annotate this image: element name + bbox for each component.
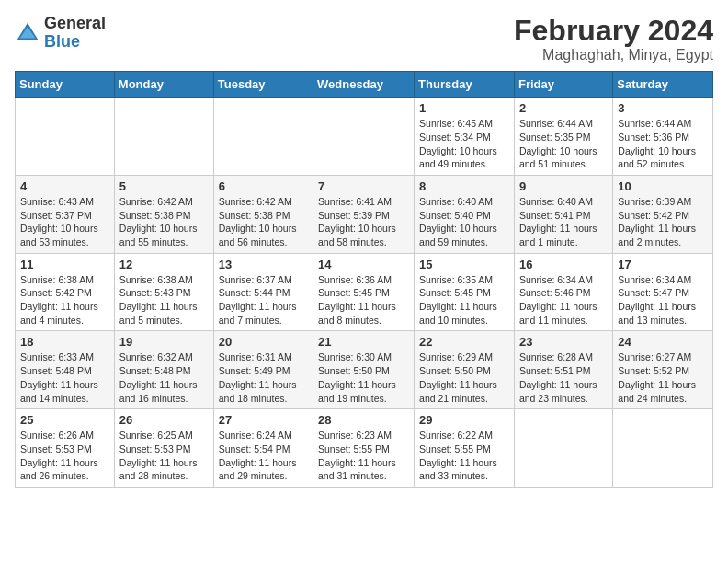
- day-info: Sunrise: 6:35 AMSunset: 5:45 PMDaylight:…: [419, 273, 509, 327]
- day-number: 24: [618, 335, 708, 349]
- day-info: Sunrise: 6:26 AMSunset: 5:53 PMDaylight:…: [20, 429, 109, 483]
- calendar-week-2: 4Sunrise: 6:43 AMSunset: 5:37 PMDaylight…: [16, 175, 713, 253]
- logo-blue-text: Blue: [44, 33, 106, 52]
- day-info: Sunrise: 6:30 AMSunset: 5:50 PMDaylight:…: [318, 350, 409, 405]
- calendar-cell: 20Sunrise: 6:31 AMSunset: 5:49 PMDayligh…: [213, 331, 313, 409]
- calendar-week-4: 18Sunrise: 6:33 AMSunset: 5:48 PMDayligh…: [16, 331, 713, 409]
- header-friday: Friday: [514, 72, 612, 98]
- calendar-cell: 1Sunrise: 6:45 AMSunset: 5:34 PMDaylight…: [415, 98, 515, 176]
- calendar-week-5: 25Sunrise: 6:26 AMSunset: 5:53 PMDayligh…: [16, 409, 713, 488]
- day-info: Sunrise: 6:40 AMSunset: 5:41 PMDaylight:…: [519, 195, 608, 249]
- calendar-cell: 9Sunrise: 6:40 AMSunset: 5:41 PMDaylight…: [514, 175, 612, 253]
- day-number: 3: [618, 101, 708, 115]
- day-info: Sunrise: 6:43 AMSunset: 5:37 PMDaylight:…: [20, 195, 109, 249]
- calendar-cell: [313, 98, 415, 176]
- calendar-cell: 18Sunrise: 6:33 AMSunset: 5:48 PMDayligh…: [16, 331, 115, 409]
- day-info: Sunrise: 6:39 AMSunset: 5:42 PMDaylight:…: [618, 195, 708, 249]
- day-number: 4: [20, 179, 109, 193]
- calendar-cell: 11Sunrise: 6:38 AMSunset: 5:42 PMDayligh…: [16, 253, 115, 331]
- day-number: 13: [219, 258, 308, 271]
- day-info: Sunrise: 6:27 AMSunset: 5:52 PMDaylight:…: [618, 350, 708, 405]
- day-number: 29: [419, 413, 509, 427]
- day-number: 25: [20, 413, 109, 427]
- header-tuesday: Tuesday: [213, 72, 313, 98]
- day-number: 19: [119, 335, 209, 349]
- day-info: Sunrise: 6:36 AMSunset: 5:45 PMDaylight:…: [318, 273, 409, 327]
- title-block: February 2024 Maghaghah, Minya, Egypt: [514, 15, 713, 63]
- calendar-cell: 4Sunrise: 6:43 AMSunset: 5:37 PMDaylight…: [16, 175, 115, 253]
- calendar-cell: 3Sunrise: 6:44 AMSunset: 5:36 PMDaylight…: [613, 98, 713, 176]
- day-info: Sunrise: 6:25 AMSunset: 5:53 PMDaylight:…: [119, 429, 209, 483]
- calendar-cell: 13Sunrise: 6:37 AMSunset: 5:44 PMDayligh…: [213, 253, 313, 331]
- calendar-cell: 16Sunrise: 6:34 AMSunset: 5:46 PMDayligh…: [514, 253, 612, 331]
- day-info: Sunrise: 6:38 AMSunset: 5:43 PMDaylight:…: [119, 273, 209, 327]
- calendar-cell: 22Sunrise: 6:29 AMSunset: 5:50 PMDayligh…: [415, 331, 515, 409]
- day-number: 17: [618, 258, 708, 271]
- day-number: 18: [20, 335, 109, 349]
- calendar-cell: 28Sunrise: 6:23 AMSunset: 5:55 PMDayligh…: [313, 409, 415, 488]
- calendar-week-3: 11Sunrise: 6:38 AMSunset: 5:42 PMDayligh…: [16, 253, 713, 331]
- calendar-cell: [514, 409, 612, 488]
- calendar-cell: 21Sunrise: 6:30 AMSunset: 5:50 PMDayligh…: [313, 331, 415, 409]
- day-info: Sunrise: 6:29 AMSunset: 5:50 PMDaylight:…: [419, 350, 509, 405]
- calendar-cell: 29Sunrise: 6:22 AMSunset: 5:55 PMDayligh…: [415, 409, 515, 488]
- day-number: 8: [419, 179, 509, 193]
- calendar-cell: 14Sunrise: 6:36 AMSunset: 5:45 PMDayligh…: [313, 253, 415, 331]
- day-number: 22: [419, 335, 509, 349]
- header-wednesday: Wednesday: [313, 72, 415, 98]
- header-thursday: Thursday: [415, 72, 515, 98]
- calendar-cell: 19Sunrise: 6:32 AMSunset: 5:48 PMDayligh…: [114, 331, 213, 409]
- logo-text: General Blue: [44, 15, 106, 52]
- calendar-table: Sunday Monday Tuesday Wednesday Thursday…: [15, 71, 713, 488]
- calendar-cell: [16, 98, 115, 176]
- calendar-cell: 5Sunrise: 6:42 AMSunset: 5:38 PMDaylight…: [114, 175, 213, 253]
- day-info: Sunrise: 6:38 AMSunset: 5:42 PMDaylight:…: [20, 273, 109, 327]
- header-saturday: Saturday: [613, 72, 713, 98]
- day-number: 10: [618, 179, 708, 193]
- calendar-cell: 6Sunrise: 6:42 AMSunset: 5:38 PMDaylight…: [213, 175, 313, 253]
- day-info: Sunrise: 6:33 AMSunset: 5:48 PMDaylight:…: [20, 350, 109, 405]
- calendar-title: February 2024: [514, 15, 713, 47]
- day-info: Sunrise: 6:23 AMSunset: 5:55 PMDaylight:…: [318, 429, 409, 483]
- header-monday: Monday: [114, 72, 213, 98]
- calendar-subtitle: Maghaghah, Minya, Egypt: [514, 47, 713, 63]
- day-number: 21: [318, 335, 409, 349]
- day-info: Sunrise: 6:41 AMSunset: 5:39 PMDaylight:…: [318, 195, 409, 249]
- calendar-cell: 10Sunrise: 6:39 AMSunset: 5:42 PMDayligh…: [613, 175, 713, 253]
- day-number: 28: [318, 413, 409, 427]
- day-info: Sunrise: 6:31 AMSunset: 5:49 PMDaylight:…: [219, 350, 308, 405]
- calendar-cell: 12Sunrise: 6:38 AMSunset: 5:43 PMDayligh…: [114, 253, 213, 331]
- calendar-cell: 15Sunrise: 6:35 AMSunset: 5:45 PMDayligh…: [415, 253, 515, 331]
- calendar-cell: 8Sunrise: 6:40 AMSunset: 5:40 PMDaylight…: [415, 175, 515, 253]
- calendar-week-1: 1Sunrise: 6:45 AMSunset: 5:34 PMDaylight…: [16, 98, 713, 176]
- logo-general-text: General: [44, 15, 106, 33]
- calendar-cell: 24Sunrise: 6:27 AMSunset: 5:52 PMDayligh…: [613, 331, 713, 409]
- day-info: Sunrise: 6:34 AMSunset: 5:47 PMDaylight:…: [618, 273, 708, 327]
- page-header: General Blue February 2024 Maghaghah, Mi…: [15, 15, 713, 63]
- calendar-cell: [213, 98, 313, 176]
- day-info: Sunrise: 6:44 AMSunset: 5:36 PMDaylight:…: [618, 117, 708, 171]
- calendar-cell: [114, 98, 213, 176]
- calendar-header: Sunday Monday Tuesday Wednesday Thursday…: [16, 72, 713, 98]
- calendar-cell: 27Sunrise: 6:24 AMSunset: 5:54 PMDayligh…: [213, 409, 313, 488]
- day-number: 7: [318, 179, 409, 193]
- day-number: 23: [519, 335, 608, 349]
- day-number: 16: [519, 258, 608, 271]
- day-info: Sunrise: 6:24 AMSunset: 5:54 PMDaylight:…: [219, 429, 308, 483]
- day-number: 6: [219, 179, 308, 193]
- logo-icon: [15, 20, 40, 46]
- day-info: Sunrise: 6:42 AMSunset: 5:38 PMDaylight:…: [219, 195, 308, 249]
- day-number: 1: [419, 101, 509, 115]
- header-sunday: Sunday: [16, 72, 115, 98]
- calendar-cell: 2Sunrise: 6:44 AMSunset: 5:35 PMDaylight…: [514, 98, 612, 176]
- logo: General Blue: [15, 15, 106, 52]
- calendar-cell: 23Sunrise: 6:28 AMSunset: 5:51 PMDayligh…: [514, 331, 612, 409]
- day-number: 12: [119, 258, 209, 271]
- day-info: Sunrise: 6:45 AMSunset: 5:34 PMDaylight:…: [419, 117, 509, 171]
- day-number: 11: [20, 258, 109, 271]
- calendar-cell: 7Sunrise: 6:41 AMSunset: 5:39 PMDaylight…: [313, 175, 415, 253]
- calendar-cell: [613, 409, 713, 488]
- day-info: Sunrise: 6:28 AMSunset: 5:51 PMDaylight:…: [519, 350, 608, 405]
- day-number: 27: [219, 413, 308, 427]
- calendar-cell: 26Sunrise: 6:25 AMSunset: 5:53 PMDayligh…: [114, 409, 213, 488]
